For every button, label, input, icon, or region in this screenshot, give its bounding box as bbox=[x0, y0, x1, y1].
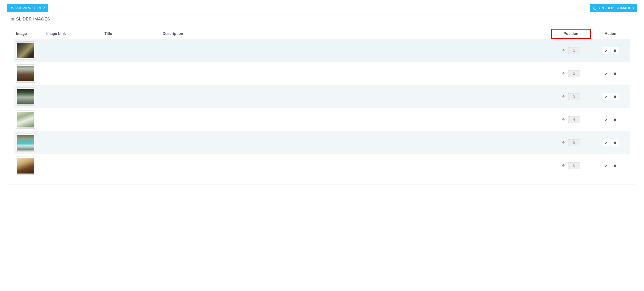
table-row bbox=[14, 154, 630, 177]
delete-button[interactable] bbox=[611, 139, 619, 146]
cell-description bbox=[160, 62, 551, 85]
move-handle-icon[interactable] bbox=[562, 72, 566, 76]
trash-icon bbox=[613, 164, 617, 168]
cell-description bbox=[160, 131, 551, 154]
position-input[interactable] bbox=[568, 116, 580, 123]
thumbnail-image bbox=[17, 112, 34, 128]
preview-slider-button[interactable]: PREVIEW SLIDER bbox=[7, 4, 48, 12]
cell-title bbox=[102, 39, 160, 62]
thumbnail-image bbox=[17, 89, 34, 104]
table-row bbox=[14, 85, 630, 108]
cell-image-link bbox=[44, 131, 102, 154]
thumbnail-image bbox=[17, 66, 34, 82]
col-header-position: Position bbox=[551, 29, 591, 39]
cell-description bbox=[160, 85, 551, 108]
cell-action bbox=[591, 85, 630, 108]
move-handle-icon[interactable] bbox=[562, 48, 566, 52]
cell-description bbox=[160, 154, 551, 177]
trash-icon bbox=[613, 118, 617, 122]
cell-position bbox=[551, 62, 591, 85]
move-handle-icon[interactable] bbox=[562, 164, 566, 168]
cell-position bbox=[551, 39, 591, 62]
pencil-icon bbox=[604, 141, 608, 144]
slider-images-table: Image Image Link Title Description Posit… bbox=[14, 29, 630, 177]
trash-icon bbox=[613, 72, 617, 75]
thumbnail[interactable] bbox=[16, 156, 35, 175]
edit-button[interactable] bbox=[602, 162, 610, 169]
col-header-image-link: Image Link bbox=[44, 29, 102, 39]
thumbnail[interactable] bbox=[16, 42, 35, 60]
position-input[interactable] bbox=[568, 70, 580, 77]
edit-button[interactable] bbox=[602, 70, 610, 77]
cell-image bbox=[14, 131, 44, 154]
edit-button[interactable] bbox=[602, 47, 610, 54]
cell-action bbox=[591, 62, 630, 85]
move-handle-icon[interactable] bbox=[562, 94, 566, 99]
delete-button[interactable] bbox=[611, 116, 619, 123]
position-input[interactable] bbox=[568, 47, 580, 54]
table-row bbox=[14, 39, 630, 62]
cell-description bbox=[160, 108, 551, 131]
cell-image bbox=[14, 85, 44, 108]
thumbnail[interactable] bbox=[16, 64, 35, 82]
edit-button[interactable] bbox=[602, 116, 610, 123]
position-input[interactable] bbox=[568, 162, 580, 169]
trash-icon bbox=[613, 49, 617, 52]
cell-position bbox=[551, 154, 591, 177]
slider-images-panel: SLIDER IMAGES Image Image Link Title Des… bbox=[7, 14, 637, 184]
delete-button[interactable] bbox=[611, 47, 619, 54]
thumbnail-image bbox=[17, 135, 34, 150]
delete-button[interactable] bbox=[611, 70, 619, 77]
col-header-action: Action bbox=[591, 29, 630, 39]
table-row bbox=[14, 131, 630, 154]
thumbnail[interactable] bbox=[16, 134, 35, 152]
cell-title bbox=[102, 85, 160, 108]
position-input[interactable] bbox=[568, 139, 580, 146]
add-slider-images-button[interactable]: ADD SLIDER IMAGES bbox=[590, 4, 637, 12]
cell-image-link bbox=[44, 85, 102, 108]
thumbnail-image bbox=[17, 42, 34, 58]
pencil-icon bbox=[604, 72, 608, 75]
edit-button[interactable] bbox=[602, 139, 610, 146]
delete-button[interactable] bbox=[611, 93, 619, 100]
move-handle-icon[interactable] bbox=[562, 140, 566, 145]
thumbnail[interactable] bbox=[16, 88, 35, 106]
trash-icon bbox=[613, 95, 617, 98]
table-row bbox=[14, 108, 630, 131]
cell-image-link bbox=[44, 62, 102, 85]
thumbnail-image bbox=[17, 158, 34, 174]
cell-title bbox=[102, 131, 160, 154]
thumbnail[interactable] bbox=[16, 110, 35, 129]
cell-image-link bbox=[44, 39, 102, 62]
cell-image-link bbox=[44, 108, 102, 131]
cell-title bbox=[102, 62, 160, 85]
position-input[interactable] bbox=[568, 93, 580, 100]
cell-action bbox=[591, 39, 630, 62]
cell-image bbox=[14, 39, 44, 62]
pencil-icon bbox=[604, 164, 608, 168]
list-icon bbox=[10, 18, 14, 21]
move-handle-icon[interactable] bbox=[562, 118, 566, 122]
cell-image bbox=[14, 108, 44, 131]
cell-position bbox=[551, 85, 591, 108]
cell-action bbox=[591, 131, 630, 154]
cell-image-link bbox=[44, 154, 102, 177]
trash-icon bbox=[613, 141, 617, 144]
pencil-icon bbox=[604, 95, 608, 98]
edit-button[interactable] bbox=[602, 93, 610, 100]
panel-heading: SLIDER IMAGES bbox=[7, 14, 637, 24]
col-header-title: Title bbox=[102, 29, 160, 39]
pencil-icon bbox=[604, 118, 608, 122]
preview-slider-label: PREVIEW SLIDER bbox=[15, 6, 45, 10]
cell-image bbox=[14, 62, 44, 85]
col-header-image: Image bbox=[14, 29, 44, 39]
toolbar: PREVIEW SLIDER ADD SLIDER IMAGES bbox=[7, 4, 637, 12]
cell-position bbox=[551, 131, 591, 154]
cell-title bbox=[102, 154, 160, 177]
col-header-description: Description bbox=[160, 29, 551, 39]
add-slider-images-label: ADD SLIDER IMAGES bbox=[598, 6, 634, 10]
delete-button[interactable] bbox=[611, 162, 619, 169]
eye-icon bbox=[10, 6, 14, 10]
cell-position bbox=[551, 108, 591, 131]
panel-title: SLIDER IMAGES bbox=[16, 17, 50, 22]
